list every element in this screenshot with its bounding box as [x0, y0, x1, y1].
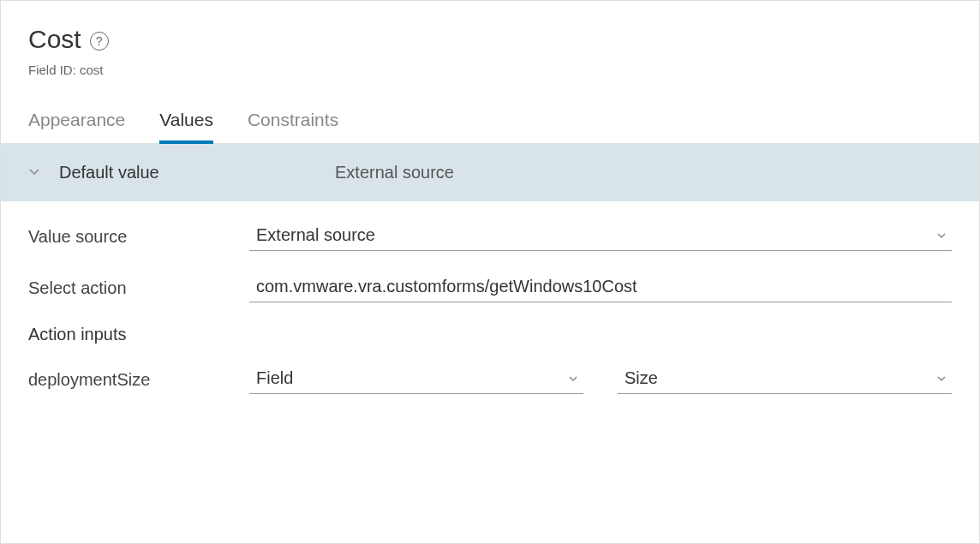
properties-panel: Cost ? Field ID: cost Appearance Values …: [0, 0, 980, 544]
field-id-label: Field ID:: [28, 63, 76, 77]
row-deployment-size: deploymentSize Field Size: [28, 365, 952, 394]
control-select-action: [249, 273, 952, 302]
chevron-down-icon: [936, 373, 947, 386]
select-deployment-size-type-text: Field: [256, 368, 293, 387]
row-value-source: Value source External source: [28, 222, 952, 251]
section-label: Default value: [59, 163, 316, 182]
select-deployment-size-value-text: Size: [624, 368, 658, 387]
form-body: Value source External source Select acti…: [1, 201, 979, 437]
section-value: External source: [335, 163, 454, 182]
label-value-source: Value source: [28, 227, 249, 247]
chevron-down-icon: [936, 230, 947, 243]
section-header-default-value[interactable]: Default value External source: [1, 144, 979, 201]
select-value-source[interactable]: External source: [249, 222, 952, 251]
field-id-value: cost: [80, 63, 104, 77]
tab-appearance[interactable]: Appearance: [28, 110, 125, 144]
chevron-down-icon: [568, 373, 578, 386]
title-row: Cost ?: [28, 25, 952, 54]
controls-deployment-size: Field Size: [249, 365, 952, 394]
chevron-down-icon[interactable]: [28, 165, 40, 181]
input-select-action[interactable]: [249, 273, 952, 302]
label-action-inputs: Action inputs: [28, 325, 952, 344]
label-deployment-size: deploymentSize: [28, 370, 249, 390]
field-id: Field ID: cost: [28, 63, 952, 77]
tabs: Appearance Values Constraints: [1, 86, 979, 144]
tab-constraints[interactable]: Constraints: [248, 110, 338, 144]
page-title: Cost: [28, 25, 81, 54]
panel-header: Cost ? Field ID: cost: [1, 1, 979, 86]
control-value-source: External source: [249, 222, 952, 251]
select-deployment-size-type[interactable]: Field: [249, 365, 583, 394]
select-deployment-size-value[interactable]: Size: [618, 365, 952, 394]
row-select-action: Select action: [28, 273, 952, 302]
help-icon[interactable]: ?: [90, 32, 109, 51]
tab-values[interactable]: Values: [159, 110, 213, 144]
select-value-source-text: External source: [256, 225, 375, 244]
label-select-action: Select action: [28, 278, 249, 298]
